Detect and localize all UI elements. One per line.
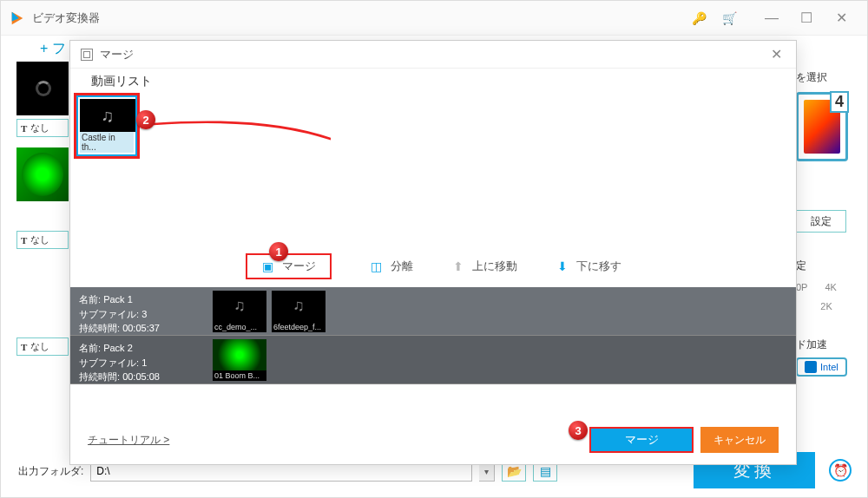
key-icon[interactable]: 🔑: [692, 11, 707, 25]
app-logo-icon: [10, 10, 25, 26]
format-number: 4: [830, 91, 849, 113]
split-action-icon: ◫: [370, 259, 384, 273]
resolution-row: 0P 4K: [796, 282, 857, 292]
merge-action-label: マージ: [282, 259, 316, 274]
format-preset[interactable]: 4: [796, 92, 848, 161]
annotation-badge-1: 1: [269, 242, 288, 261]
dialog-footer: チュートリアル > マージ キャンセル: [70, 424, 796, 455]
video-list-item[interactable]: ♫ Castle in th...: [74, 93, 140, 159]
video-list-label: 動画リスト: [70, 69, 796, 93]
text-icon: T: [21, 123, 27, 134]
maximize-button[interactable]: ☐: [789, 5, 824, 31]
select-format-label: を選択: [796, 70, 857, 85]
settings-button[interactable]: 設定: [796, 210, 846, 233]
add-file-button[interactable]: + フ: [40, 40, 66, 58]
annotation-badge-2: 2: [136, 110, 155, 129]
schedule-button[interactable]: ⏰: [829, 459, 852, 482]
clip-subtitle-none[interactable]: Tなし: [16, 231, 69, 249]
dialog-title: マージ: [100, 47, 767, 62]
cancel-button[interactable]: キャンセル: [700, 427, 779, 453]
move-down-action[interactable]: ⬇ 下に移す: [556, 259, 621, 274]
video-thumb: ♫: [80, 99, 135, 132]
move-up-label: 上に移動: [472, 259, 517, 274]
pack-thumb[interactable]: ♫cc_demo_...: [213, 291, 266, 332]
merge-dialog: マージ ✕ 動画リスト ♫ Castle in th... ▣ マージ ◫ 分離…: [69, 40, 797, 465]
move-down-label: 下に移す: [576, 259, 621, 274]
app-title: ビデオ変換器: [32, 10, 692, 26]
text-icon: T: [21, 342, 27, 352]
music-note-icon: ♫: [293, 297, 305, 315]
text-icon: T: [21, 235, 27, 246]
clip-thumb[interactable]: [16, 147, 69, 201]
music-note-icon: ♫: [102, 106, 115, 126]
move-up-action[interactable]: ⬆ 上に移動: [451, 259, 517, 274]
clip-thumb[interactable]: [16, 62, 69, 115]
output-panel: を選択 4 設定 定 0P 4K 2K ド加速 Intel: [796, 70, 857, 377]
title-bar: ビデオ変換器 🔑 🛒 — ☐ ✕: [1, 1, 867, 36]
up-arrow-icon: ⬆: [451, 259, 465, 273]
pack-thumb[interactable]: 01 Boom B...: [213, 339, 266, 381]
pack-list: 名前: Pack 1 サブファイル: 3 持続時間: 00:05:37 ♫cc_…: [70, 287, 796, 384]
split-action-label: 分離: [391, 259, 413, 274]
clip-subtitle-none[interactable]: Tなし: [16, 119, 69, 137]
merge-action-icon: ▣: [261, 259, 275, 273]
confirm-merge-button[interactable]: マージ: [589, 427, 694, 453]
action-row: ▣ マージ ◫ 分離 ⬆ 上に移動 ⬇ 下に移す: [70, 254, 796, 278]
intel-badge[interactable]: Intel: [796, 357, 847, 377]
output-folder-label: 出力フォルダ:: [18, 464, 83, 479]
merge-icon: [81, 49, 93, 61]
resolution-row2: 2K: [796, 301, 857, 311]
hw-accel-label: ド加速: [796, 337, 857, 352]
minimize-button[interactable]: —: [754, 5, 789, 31]
video-caption: Castle in th...: [80, 132, 134, 153]
down-arrow-icon: ⬇: [556, 259, 569, 273]
pack-info: 名前: Pack 2 サブファイル: 1 持続時間: 00:05:08: [70, 336, 209, 383]
pack-row[interactable]: 名前: Pack 1 サブファイル: 3 持続時間: 00:05:37 ♫cc_…: [70, 287, 796, 336]
clip-subtitle-none[interactable]: Tなし: [16, 337, 69, 356]
split-action[interactable]: ◫ 分離: [370, 259, 413, 274]
quality-label: 定: [796, 259, 857, 273]
intel-chip-icon: [805, 361, 817, 373]
close-button[interactable]: ✕: [824, 5, 858, 31]
merge-action[interactable]: ▣ マージ: [246, 253, 332, 279]
clip-list: Tなし Tなし Tなし: [16, 62, 69, 409]
music-note-icon: ♫: [233, 297, 246, 315]
dialog-close-button[interactable]: ✕: [767, 46, 786, 62]
annotation-badge-3: 3: [569, 421, 588, 440]
dialog-title-bar: マージ ✕: [70, 41, 796, 69]
pack-info: 名前: Pack 1 サブファイル: 3 持続時間: 00:05:37: [70, 287, 209, 335]
tutorial-link[interactable]: チュートリアル >: [88, 433, 169, 448]
pack-thumb[interactable]: ♫6feetdeep_f...: [272, 291, 326, 332]
cart-icon[interactable]: 🛒: [722, 11, 737, 25]
pack-row[interactable]: 名前: Pack 2 サブファイル: 1 持続時間: 00:05:08 01 B…: [70, 336, 796, 384]
